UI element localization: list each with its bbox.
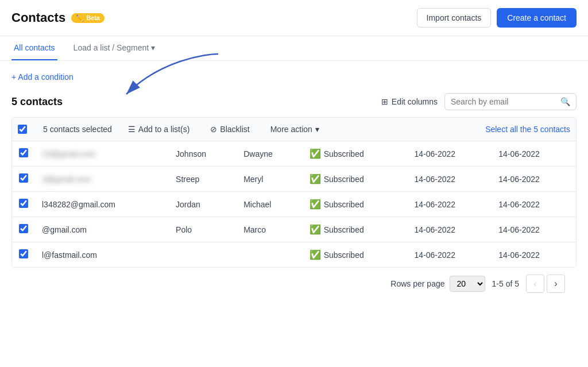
contacts-table: 23@gmail.com Johnson Dwayne ✅ Subscribed… (12, 141, 576, 267)
select-all-checkbox[interactable] (18, 125, 27, 134)
action-bar: 5 contacts selected ☰ Add to a list(s) ⊘… (12, 118, 576, 141)
list-icon: ☰ (128, 125, 136, 134)
next-page-button[interactable]: › (547, 275, 565, 293)
last-name-cell: Jordan (169, 192, 237, 217)
blacklist-icon: ⊘ (210, 125, 217, 134)
status-badge: ✅ Subscribed (310, 224, 364, 235)
table-controls: ⊞ Edit columns 🔍 (381, 93, 577, 110)
rows-per-page-select[interactable]: 20 50 100 (450, 276, 485, 292)
row-checkbox-cell (12, 242, 35, 268)
date2-cell: 14-06-2022 (492, 141, 576, 167)
select-all-contacts-link[interactable]: Select all the 5 contacts (485, 125, 570, 134)
check-circle-icon: ✅ (310, 224, 321, 235)
table-header: 5 contacts ⊞ Edit columns 🔍 (11, 93, 577, 110)
action-bar-left: 5 contacts selected ☰ Add to a list(s) ⊘… (18, 122, 485, 136)
check-circle-icon: ✅ (310, 148, 321, 159)
header-actions: Import contacts Create a contact (417, 8, 577, 28)
row-checkbox[interactable] (19, 224, 28, 233)
status-cell: ✅ Subscribed (303, 192, 408, 217)
status-cell: ✅ Subscribed (303, 167, 408, 192)
check-circle-icon: ✅ (310, 173, 321, 184)
pencil-icon: ✏️ (76, 14, 84, 22)
status-label: Subscribed (324, 149, 364, 159)
status-label: Subscribed (324, 200, 364, 209)
blacklist-button[interactable]: ⊘ Blacklist (206, 122, 254, 136)
status-label: Subscribed (324, 250, 364, 260)
search-icon: 🔍 (560, 97, 570, 106)
prev-page-button[interactable]: ‹ (526, 275, 544, 293)
row-checkbox[interactable] (19, 173, 28, 183)
add-to-list-button[interactable]: ☰ Add to a list(s) (123, 122, 194, 136)
table-row: 23@gmail.com Johnson Dwayne ✅ Subscribed… (12, 141, 576, 167)
date2-cell: 14-06-2022 (492, 217, 576, 242)
tab-all-contacts[interactable]: All contacts (11, 36, 57, 60)
filter-section: + Add a condition (0, 61, 588, 87)
page-header: Contacts ✏️ Beta Import contacts Create … (0, 0, 588, 36)
beta-badge: ✏️ Beta (71, 13, 105, 23)
create-contact-button[interactable]: Create a contact (497, 8, 577, 28)
status-badge: ✅ Subscribed (310, 173, 364, 184)
date1-cell: 14-06-2022 (407, 167, 492, 192)
first-name-cell: Marco (237, 217, 303, 242)
add-condition-button[interactable]: + Add a condition (11, 72, 577, 82)
date1-cell: 14-06-2022 (407, 242, 492, 268)
first-name-cell (237, 242, 303, 268)
main-content: 5 contacts ⊞ Edit columns 🔍 (0, 87, 588, 306)
edit-columns-button[interactable]: ⊞ Edit columns (381, 97, 438, 106)
status-label: Subscribed (324, 175, 364, 184)
table-row: 3@gmail.com Streep Meryl ✅ Subscribed 14… (12, 167, 576, 192)
row-checkbox[interactable] (19, 249, 28, 258)
check-circle-icon: ✅ (310, 249, 321, 260)
row-checkbox[interactable] (19, 148, 28, 157)
search-box: 🔍 (444, 93, 577, 110)
email-cell: 3@gmail.com (35, 167, 169, 192)
row-checkbox-cell (12, 167, 35, 192)
table-row: @gmail.com Polo Marco ✅ Subscribed 14-06… (12, 217, 576, 242)
tabs-bar: All contacts Load a list / Segment ▾ (0, 36, 588, 61)
email-cell: l@fastmail.com (35, 242, 169, 268)
more-action-button[interactable]: More action ▾ (266, 122, 324, 136)
row-checkbox-cell (12, 141, 35, 167)
first-name-cell: Meryl (237, 167, 303, 192)
contacts-table-wrapper: 5 contacts selected ☰ Add to a list(s) ⊘… (11, 117, 577, 268)
page-info: 1-5 of 5 (492, 279, 519, 288)
pagination: Rows per page 20 50 100 1-5 of 5 ‹ › (11, 268, 577, 300)
row-checkbox[interactable] (19, 199, 28, 208)
import-contacts-button[interactable]: Import contacts (417, 8, 492, 28)
date1-cell: 14-06-2022 (407, 217, 492, 242)
date2-cell: 14-06-2022 (492, 192, 576, 217)
status-badge: ✅ Subscribed (310, 148, 364, 159)
status-cell: ✅ Subscribed (303, 242, 408, 268)
page-navigation: ‹ › (526, 275, 565, 293)
columns-icon: ⊞ (381, 97, 388, 106)
chevron-down-icon: ▾ (151, 43, 155, 52)
date1-cell: 14-06-2022 (407, 141, 492, 167)
contacts-count: 5 contacts (11, 96, 63, 108)
header-left: Contacts ✏️ Beta (11, 10, 105, 25)
check-circle-icon: ✅ (310, 199, 321, 210)
last-name-cell: Johnson (169, 141, 237, 167)
first-name-cell: Dwayne (237, 141, 303, 167)
chevron-down-icon: ▾ (315, 125, 319, 134)
tab-load-list-segment[interactable]: Load a list / Segment ▾ (71, 36, 158, 60)
row-checkbox-cell (12, 192, 35, 217)
date1-cell: 14-06-2022 (407, 192, 492, 217)
email-cell: @gmail.com (35, 217, 169, 242)
rows-per-page: Rows per page 20 50 100 (390, 276, 485, 292)
date2-cell: 14-06-2022 (492, 167, 576, 192)
status-cell: ✅ Subscribed (303, 141, 408, 167)
date2-cell: 14-06-2022 (492, 242, 576, 268)
table-row: l@fastmail.com ✅ Subscribed 14-06-2022 1… (12, 242, 576, 268)
search-email-input[interactable] (451, 97, 557, 106)
status-badge: ✅ Subscribed (310, 199, 364, 210)
row-checkbox-cell (12, 217, 35, 242)
email-cell: 23@gmail.com (35, 141, 169, 167)
rows-per-page-label: Rows per page (390, 279, 444, 288)
page-title: Contacts (11, 10, 65, 25)
status-label: Subscribed (324, 225, 364, 234)
selected-count: 5 contacts selected (43, 125, 112, 134)
status-cell: ✅ Subscribed (303, 217, 408, 242)
beta-label: Beta (86, 14, 100, 21)
first-name-cell: Michael (237, 192, 303, 217)
email-cell: l348282@gmail.com (35, 192, 169, 217)
